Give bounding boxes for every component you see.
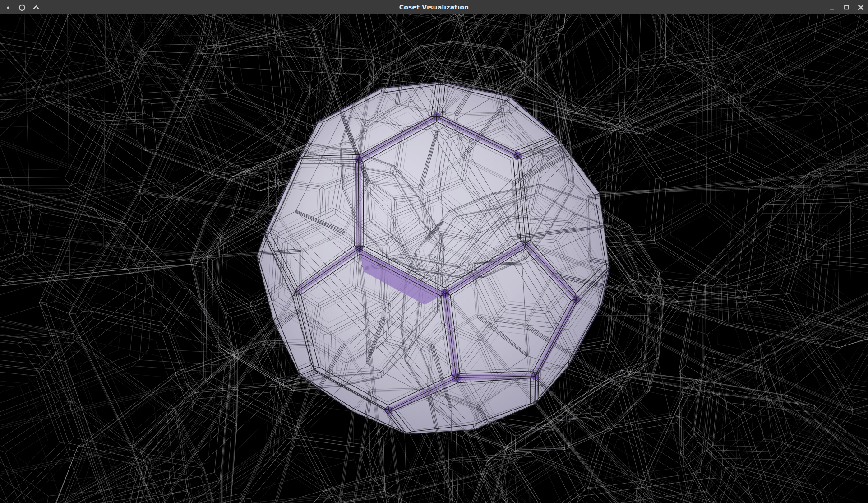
app-window: Coset Visualization bbox=[0, 0, 868, 503]
viewport bbox=[0, 14, 868, 503]
titlebar-right-controls bbox=[825, 0, 868, 14]
window-title: Coset Visualization bbox=[0, 4, 868, 11]
close-icon[interactable] bbox=[854, 0, 868, 14]
minimize-icon-shape bbox=[830, 9, 834, 9]
maximize-icon[interactable] bbox=[839, 0, 854, 14]
titlebar[interactable]: Coset Visualization bbox=[0, 0, 868, 14]
visualization-canvas[interactable] bbox=[0, 14, 868, 503]
close-icon-shape bbox=[859, 5, 863, 10]
minimize-icon[interactable] bbox=[825, 0, 839, 14]
maximize-icon-shape bbox=[845, 5, 848, 9]
